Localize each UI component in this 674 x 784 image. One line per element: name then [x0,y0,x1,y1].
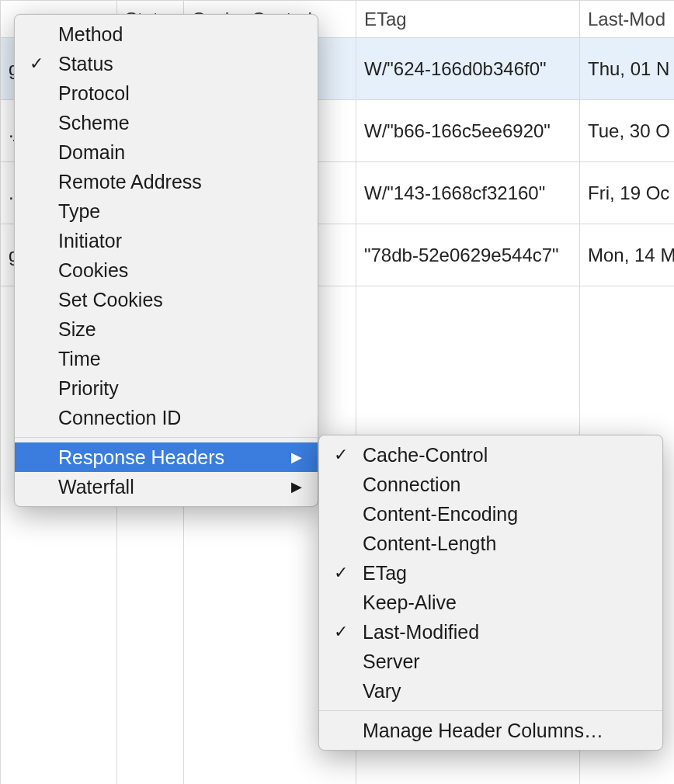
submenu-item-content-length[interactable]: Content-Length [319,529,662,558]
menu-item-status[interactable]: ✓Status [15,49,318,78]
menu-item-label: Waterfall [58,472,291,501]
cell-last-modified: Tue, 30 O [580,100,675,162]
menu-item-label: Connection [363,470,662,499]
submenu-item-server[interactable]: Server [319,647,662,676]
menu-item-size[interactable]: Size [15,314,318,344]
menu-item-label: ETag [363,558,662,588]
menu-item-label: Method [58,19,318,49]
submenu-item-last-modified[interactable]: ✓Last-Modified [319,617,662,647]
menu-item-label: Keep-Alive [363,588,662,617]
submenu-item-connection[interactable]: Connection [319,470,662,499]
menu-item-label: Domain [58,137,318,167]
menu-item-label: Scheme [58,108,318,137]
menu-item-label: Protocol [58,78,318,108]
menu-item-type[interactable]: Type [15,196,318,226]
cell-etag: W/"143-1668cf32160" [356,162,580,224]
menu-item-protocol[interactable]: Protocol [15,78,318,108]
cell-last-modified: Thu, 01 N [580,38,675,100]
menu-item-cookies[interactable]: Cookies [15,255,318,285]
cell-last-modified: Mon, 14 M [580,224,675,286]
cell-last-modified: Fri, 19 Oc [580,162,675,224]
submenu-item-cache-control[interactable]: ✓Cache-Control [319,440,662,470]
menu-item-label: Priority [58,373,318,403]
menu-item-initiator[interactable]: Initiator [15,226,318,255]
menu-item-method[interactable]: Method [15,19,318,49]
menu-item-label: Content-Length [363,529,662,558]
check-icon: ✓ [319,440,363,470]
menu-item-label: Status [58,49,318,78]
column-context-menu: Method✓StatusProtocolSchemeDomainRemote … [14,14,318,507]
menu-item-label: Cookies [58,255,318,285]
manage-header-columns-menu-item[interactable]: Manage Header Columns… [319,716,662,745]
menu-separator [15,437,318,438]
menu-item-label: Time [58,344,318,373]
menu-item-label: Size [58,314,318,344]
menu-item-label: Connection ID [58,403,318,432]
menu-item-waterfall[interactable]: Waterfall▶ [15,472,318,501]
submenu-item-content-encoding[interactable]: Content-Encoding [319,499,662,529]
menu-item-label: Content-Encoding [363,499,662,529]
menu-item-label: Set Cookies [58,285,318,314]
menu-item-label: Initiator [58,226,318,255]
col-header-last-modified[interactable]: Last-Mod [580,1,675,38]
check-icon: ✓ [319,558,363,588]
col-header-etag[interactable]: ETag [356,1,580,38]
check-icon: ✓ [15,49,58,78]
submenu-item-vary[interactable]: Vary [319,676,662,706]
menu-item-connection-id[interactable]: Connection ID [15,403,318,432]
menu-item-label: Vary [363,676,662,706]
submenu-arrow-icon: ▶ [291,472,318,501]
menu-item-label: Cache-Control [363,440,662,470]
response-headers-submenu: ✓Cache-ControlConnectionContent-Encoding… [318,435,663,751]
menu-item-label: Response Headers [58,442,291,472]
menu-item-response-headers[interactable]: Response Headers▶ [15,442,318,472]
cell-etag: W/"b66-166c5ee6920" [356,100,580,162]
menu-item-label: Server [363,647,662,676]
cell-etag: W/"624-166d0b346f0" [356,38,580,100]
menu-item-priority[interactable]: Priority [15,373,318,403]
menu-item-label: Last-Modified [363,617,662,647]
menu-separator [319,710,662,711]
submenu-item-keep-alive[interactable]: Keep-Alive [319,588,662,617]
menu-item-label: Remote Address [58,167,318,196]
submenu-arrow-icon: ▶ [291,442,318,472]
menu-item-label: Type [58,196,318,226]
menu-item-time[interactable]: Time [15,344,318,373]
submenu-item-etag[interactable]: ✓ETag [319,558,662,588]
check-icon: ✓ [319,617,363,647]
menu-item-set-cookies[interactable]: Set Cookies [15,285,318,314]
menu-item-remote-address[interactable]: Remote Address [15,167,318,196]
menu-item-domain[interactable]: Domain [15,137,318,167]
menu-item-label: Manage Header Columns… [363,716,662,745]
menu-item-scheme[interactable]: Scheme [15,108,318,137]
cell-etag: "78db-52e0629e544c7" [356,224,580,286]
